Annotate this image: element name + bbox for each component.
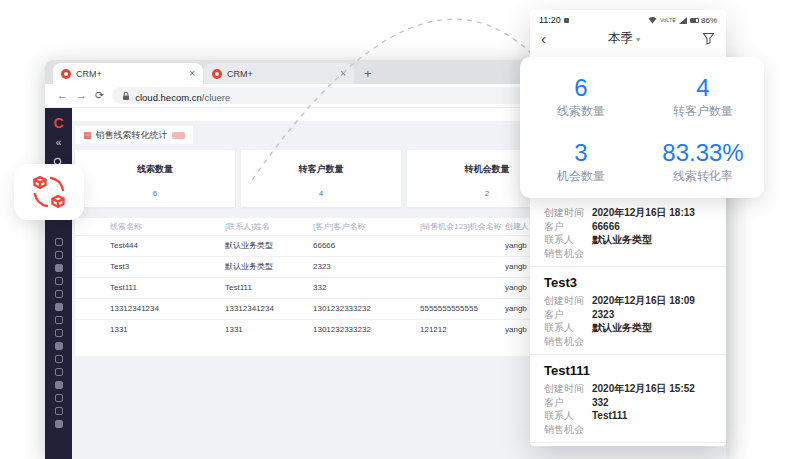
sync-cubes-icon — [31, 174, 67, 210]
mobile-nav-bar: ‹ 本季 ▾ — [530, 27, 726, 54]
stat-card-customers: 转客户数量 4 — [241, 150, 401, 207]
stat-value: 83.33% — [642, 139, 764, 166]
sidebar-app-icon[interactable] — [55, 355, 63, 363]
refresh-icon[interactable]: ⟳ — [95, 90, 104, 101]
stat-label: 线索数量 — [520, 103, 642, 120]
list-item[interactable]: 创建时间2020年12月16日 18:13 客户66666 联系人默认业务类型 … — [530, 199, 726, 267]
sidebar-app-icon[interactable] — [55, 342, 63, 350]
sidebar-app-icon[interactable] — [55, 420, 63, 428]
stat-label: 转客户数量 — [642, 103, 764, 120]
report-icon: ▦ — [83, 131, 92, 140]
forward-icon[interactable]: → — [76, 90, 87, 101]
sidebar-app-icon[interactable] — [55, 251, 63, 259]
sidebar-app-icon[interactable] — [55, 394, 63, 402]
battery-percent: 86% — [701, 16, 717, 25]
col-contact-name: [联系人]姓名 — [225, 218, 313, 235]
tab-new-badge — [172, 132, 185, 139]
new-tab-button[interactable]: + — [364, 66, 372, 81]
battery-icon: 86% — [690, 16, 717, 25]
hecom-brand-card — [14, 164, 84, 220]
list-item[interactable]: Test111 创建时间2020年12月16日 15:52 客户332 联系人T… — [530, 355, 726, 443]
lead-title: Test111 — [544, 363, 714, 378]
stat-label: 转客户数量 — [241, 163, 401, 176]
browser-tab-1[interactable]: CRM+ × — [53, 63, 203, 84]
mobile-lead-list: 创建时间2020年12月16日 18:13 客户66666 联系人默认业务类型 … — [530, 199, 726, 446]
close-icon[interactable]: × — [340, 69, 346, 79]
clock-text: 11:20 — [539, 15, 561, 25]
period-label: 本季 — [608, 31, 633, 45]
chevron-down-icon: ▾ — [636, 35, 640, 44]
sidebar-app-icon[interactable] — [55, 329, 63, 337]
signal-icon — [679, 17, 687, 24]
stat-card-leads: 线索数量 6 — [75, 150, 235, 207]
stat-value: 6 — [75, 189, 235, 198]
list-item[interactable]: Test3 创建时间2020年12月16日 18:09 客户2323 联系人默认… — [530, 267, 726, 355]
stat-label: 线索数量 — [75, 163, 235, 176]
sidebar-app-icon[interactable] — [55, 303, 63, 311]
browser-tab-2[interactable]: CRM+ × — [204, 63, 354, 84]
crm-favicon — [212, 69, 222, 79]
sidebar-app-icon[interactable] — [55, 368, 63, 376]
sidebar-app-icon[interactable] — [55, 316, 63, 324]
collapse-sidebar-icon[interactable]: « — [56, 137, 62, 148]
back-icon[interactable]: ← — [57, 90, 68, 101]
stat-opportunities: 3 机会数量 — [520, 139, 642, 185]
col-customer-name: [客户]客户名称 — [313, 218, 420, 235]
url-path: /cluere — [202, 92, 231, 103]
app-sidebar: C « — [45, 108, 72, 459]
sidebar-app-icon[interactable] — [55, 407, 63, 415]
stat-label: 线索转化率 — [642, 168, 764, 185]
stat-label: 机会数量 — [520, 168, 642, 185]
crm-favicon — [61, 69, 71, 79]
col-lead-name: 线索名称 — [75, 218, 225, 235]
stat-value: 3 — [520, 139, 642, 166]
stat-value: 6 — [520, 74, 642, 101]
stat-value: 4 — [241, 189, 401, 198]
sidebar-app-icon[interactable] — [55, 277, 63, 285]
page-tab-lead-stats[interactable]: ▦ 销售线索转化统计 — [75, 126, 193, 144]
wifi-icon — [648, 17, 657, 24]
lock-icon — [122, 91, 130, 101]
stat-card-row: 线索数量 6 转客户数量 4 转机会数量 2 — [75, 150, 567, 207]
stat-value: 4 — [642, 74, 764, 101]
filter-icon[interactable] — [702, 32, 715, 45]
sidebar-app-icon[interactable] — [55, 238, 63, 246]
notification-icon — [564, 18, 569, 23]
mobile-stats-card: 6 线索数量 4 转客户数量 3 机会数量 83.33% 线索转化率 — [520, 57, 764, 198]
page-tab-label: 销售线索转化统计 — [96, 129, 168, 142]
hecom-logo-icon: C — [53, 115, 63, 131]
stat-leads: 6 线索数量 — [520, 74, 642, 120]
sidebar-app-icon[interactable] — [55, 264, 63, 272]
sidebar-app-icon[interactable] — [55, 290, 63, 298]
stat-conversion-rate: 83.33% 线索转化率 — [642, 139, 764, 185]
mobile-status-bar: 11:20 VoLTE 86% — [530, 10, 726, 27]
browser-tab-title: CRM+ — [76, 69, 102, 79]
volte-icon: VoLTE — [660, 17, 676, 23]
stat-customers: 4 转客户数量 — [642, 74, 764, 120]
period-dropdown[interactable]: 本季 ▾ — [546, 30, 702, 47]
close-icon[interactable]: × — [189, 69, 195, 79]
sidebar-app-icon[interactable] — [55, 381, 63, 389]
lead-title: Test3 — [544, 275, 714, 290]
url-domain: cloud.hecom.cn — [135, 92, 202, 103]
col-opportunity-name: [销售机会123]机会名称 — [420, 218, 505, 235]
browser-tab-title: CRM+ — [227, 69, 253, 79]
screenshot-canvas: CRM+ × CRM+ × + ← → ⟳ cloud.hecom.cn/clu… — [0, 0, 792, 459]
sidebar-app-list — [55, 238, 63, 428]
list-item[interactable]: 13312341234 创建时间2020年12月16日 15:35 — [530, 443, 726, 446]
